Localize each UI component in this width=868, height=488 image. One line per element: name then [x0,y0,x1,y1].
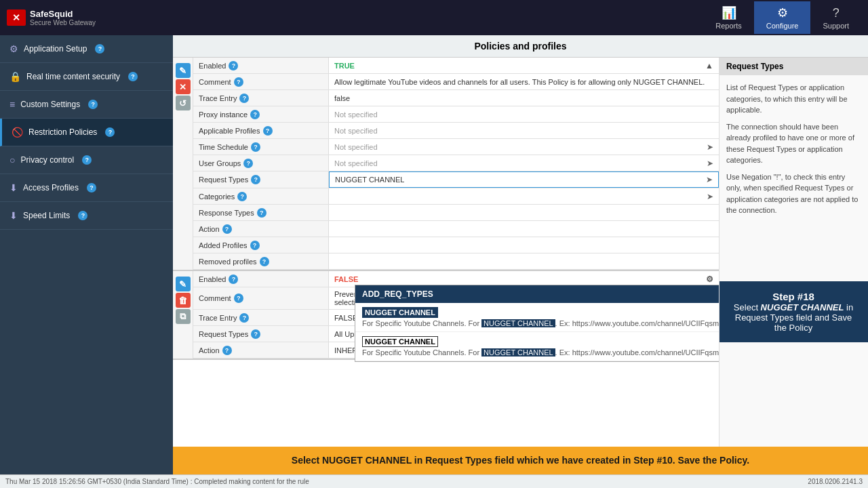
sidebar-item-speed[interactable]: ⬇ Speed Limits ? [0,202,173,230]
reqtypes-row-1: Request Types ? NUGGET CHANNEL ➤ [193,171,719,188]
reqtypes-label-1: Request Types ? [193,171,329,188]
navigate-icon-rt: ➤ [706,175,713,184]
enabled-row-1: Enabled ? TRUE ▲ [193,58,719,74]
step-number: Step #18 [728,291,859,302]
comment-label-1: Comment ? [193,74,329,89]
action-label-2: Action ? [193,342,329,358]
speed-help-icon[interactable]: ? [78,211,87,220]
response-value-1 [329,205,719,220]
support-label: Support [823,22,849,30]
reports-label: Reports [715,22,742,30]
usergroups-help-1[interactable]: ? [243,159,253,168]
comment-help-1[interactable]: ? [234,77,243,87]
comment-label-2: Comment ? [193,287,329,309]
proxy-help-1[interactable]: ? [250,110,260,119]
action-label-1: Action ? [193,221,329,237]
proxy-label-1: Proxy instance ? [193,106,329,122]
delete-button-2[interactable]: 🗑 [176,293,191,308]
delete-button-1[interactable]: ✕ [176,79,191,94]
reports-icon: 📊 [722,5,736,20]
removed-row-1: Removed profiles ? [193,253,719,270]
added-value-1 [329,237,719,253]
privacy-help-icon[interactable]: ? [82,155,92,165]
comment-row-1: Comment ? Allow legitimate YouTube video… [193,74,719,90]
action-value-1 [329,221,719,237]
support-button[interactable]: ? Support [810,2,861,34]
enabled-help-2[interactable]: ? [229,274,238,284]
action-help-1[interactable]: ? [222,224,232,234]
sidebar-item-realtime[interactable]: 🔒 Real time content security ? [0,63,173,91]
edit-button-2[interactable]: ✎ [176,277,191,291]
trace-value-1: false [329,90,719,106]
added-row-1: Added Profiles ? [193,237,719,253]
gear-2[interactable]: ⚙ [706,274,713,284]
hl-2: NUGGET CHANNEL [481,348,555,357]
sidebar-item-custom[interactable]: ≡ Custom Settings ? [0,91,173,119]
added-label-1: Added Profiles ? [193,237,329,253]
policy-fields-1: Enabled ? TRUE ▲ Comment ? [193,58,719,270]
right-panel-title: Request Types [719,58,868,75]
reqtypes-help-1[interactable]: ? [251,175,260,184]
applicable-label-1: Applicable Profiles ? [193,123,329,138]
applicable-help-1[interactable]: ? [263,126,273,136]
yellow-banner: Select NUGGET CHANNEL in Request Types f… [173,447,868,474]
response-help-1[interactable]: ? [257,208,267,218]
step-text: Select NUGGET CHANNEL in Request Types f… [728,302,859,333]
action-help-2[interactable]: ? [222,346,232,355]
reports-button[interactable]: 📊 Reports [703,1,754,34]
sidebar-item-label: Restriction Policies [28,127,97,137]
restriction-help-icon[interactable]: ? [105,127,115,137]
time-value-1: Not specified ➤ [329,139,719,155]
sidebar-item-label: Access Profiles [23,183,79,192]
custom-help-icon[interactable]: ? [88,100,98,109]
enabled-label-1: Enabled ? [193,58,329,73]
scroll-up-1[interactable]: ▲ [705,61,713,70]
dropdown-item-2-title: NUGGET CHANNEL [362,336,438,347]
sidebar-item-restriction[interactable]: 🚫 Restriction Policies ? [0,119,173,146]
reset-button-1[interactable]: ↺ [176,96,191,110]
added-help-1[interactable]: ? [250,241,260,250]
sidebar-item-access[interactable]: ⬇ Access Profiles ? [0,174,173,202]
comment-help-2[interactable]: ? [234,293,243,303]
right-panel-p1: List of Request Types or application cat… [726,82,861,116]
dropdown-item-1-title: NUGGET CHANNEL [362,307,438,318]
time-help-1[interactable]: ? [251,142,260,152]
usergroups-value-1: Not specified ➤ [329,155,719,171]
reqtypes-value-1[interactable]: NUGGET CHANNEL ➤ [329,171,719,188]
dropdown-item-2[interactable]: NUGGET CHANNEL For Specific Youtube Chan… [355,332,719,361]
access-icon: ⬇ [9,182,18,193]
restriction-icon: 🚫 [12,127,23,138]
trace-help-2[interactable]: ? [239,313,249,323]
sidebar-item-app-setup[interactable]: ⚙ Application Setup ? [0,35,173,63]
app-setup-help-icon[interactable]: ? [95,44,104,54]
app-setup-icon: ⚙ [9,43,18,54]
categories-help-1[interactable]: ? [237,192,247,201]
edit-button-1[interactable]: ✎ [176,63,191,78]
proxy-value-1: Not specified [329,106,719,122]
dropdown-item-2-desc: For Specific Youtube Channels. For NUGGE… [362,348,719,357]
response-label-1: Response Types ? [193,205,329,220]
dropdown-item-1[interactable]: NUGGET CHANNEL For Specific Youtube Chan… [355,303,719,332]
trace-help-1[interactable]: ? [239,94,249,103]
right-panel-p3: Use Negation "!", to check this entry on… [726,171,861,216]
sidebar-item-label: Speed Limits [23,211,70,220]
categories-row-1: Categories ? ➤ [193,188,719,205]
sidebar-item-label: Privacy control [20,155,74,165]
trace-row-1: Trace Entry ? false [193,90,719,106]
applicable-value-1: Not specified [329,123,719,138]
enabled-help-1[interactable]: ? [229,61,238,70]
support-icon: ? [833,6,840,20]
access-help-icon[interactable]: ? [87,183,96,192]
removed-help-1[interactable]: ? [260,257,269,266]
comment-value-1: Allow legitimate YouTube videos and chan… [329,74,719,89]
trace-label-2: Trace Entry ? [193,310,329,325]
sidebar-item-privacy[interactable]: ○ Privacy control ? [0,146,173,174]
privacy-icon: ○ [9,155,15,165]
configure-button[interactable]: ⚙ Configure [754,1,811,34]
reqtypes-help-2[interactable]: ? [251,329,260,339]
copy-button-2[interactable]: ⧉ [176,309,191,324]
action-col-2: ✎ 🗑 ⧉ [173,271,193,359]
navigate-icon-time: ➤ [707,142,713,152]
enabled-label-2: Enabled ? [193,271,329,287]
realtime-help-icon[interactable]: ? [128,72,138,81]
